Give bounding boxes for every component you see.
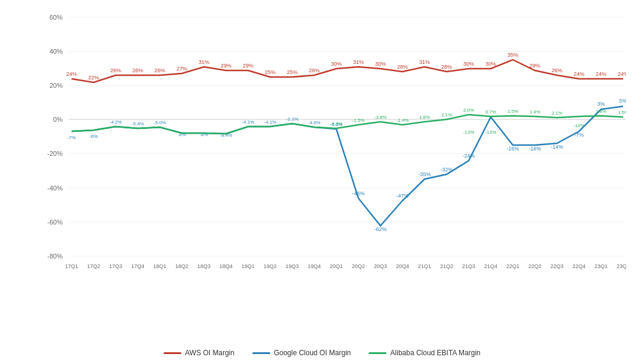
google-label-13: -46% [352, 190, 364, 196]
aws-label-5: 27% [177, 66, 187, 72]
alibaba-label-16: 1.8% [419, 115, 430, 120]
x-label-8: 19Q1 [242, 263, 255, 269]
google-label-24: 3% [597, 101, 605, 107]
x-label-10: 19Q3 [286, 263, 299, 269]
alibaba-label-24: 1.8% [596, 109, 606, 114]
x-label-2: 17Q3 [109, 263, 122, 269]
google-label-17: -32% [440, 167, 453, 173]
aws-label-21: 29% [530, 63, 540, 69]
aws-label-14: 30% [375, 61, 386, 67]
y-label-60: 60% [49, 14, 63, 21]
aws-label-8: 29% [243, 63, 253, 69]
alibaba-label-19: 0.7% [485, 109, 496, 115]
aws-label-10: 25% [287, 69, 298, 75]
y-label-neg40: -40% [47, 184, 63, 192]
y-label-20: 20% [49, 82, 63, 89]
alibaba-legend-label: Alibaba Cloud EBITA Margin [391, 349, 481, 357]
google-label-9: -4.1% [264, 119, 277, 125]
y-label-neg60: -60% [47, 219, 63, 226]
aws-label-1: 22% [88, 75, 99, 81]
google-label-3: -5.4% [132, 121, 144, 127]
google-label-4: -5.0% [154, 120, 166, 125]
aws-label-20: 35% [507, 52, 518, 58]
aws-legend-label: AWS OI Margin [185, 349, 234, 357]
aws-label-23: 24% [574, 71, 584, 77]
google-label-10: -2.1% [286, 116, 299, 122]
x-label-15: 20Q4 [396, 263, 409, 269]
alibaba-label-17: 2.1% [441, 112, 452, 118]
y-label-neg80: -80% [47, 253, 63, 260]
alibaba-label-13: -1.5% [352, 118, 365, 123]
aws-label-0: 24% [66, 71, 77, 77]
y-label-neg20: -20% [47, 150, 63, 157]
alibaba-label-18: 2.0% [463, 107, 474, 113]
alibaba-legend-line [369, 352, 387, 354]
aws-label-4: 26% [154, 67, 165, 73]
google-label-8: -4.1% [242, 119, 255, 125]
legend-aws: AWS OI Margin [163, 349, 234, 357]
x-label-9: 19Q2 [264, 263, 277, 269]
chart-legend: AWS OI Margin Google Cloud OI Margin Ali… [163, 349, 481, 357]
alibaba-label-15: -1.4% [397, 118, 409, 123]
aws-label-11: 26% [309, 67, 320, 73]
x-label-5: 18Q2 [175, 263, 188, 269]
alibaba-label-12: -3.3% [330, 121, 343, 127]
aws-label-24: 24% [596, 71, 606, 77]
google-label-1: -6% [89, 134, 98, 139]
google-label-16: -35% [418, 171, 431, 177]
alibaba-label-20: 1.5% [507, 109, 518, 114]
aws-label-12: 30% [331, 61, 342, 67]
x-label-19: 21Q4 [484, 263, 497, 269]
legend-google: Google Cloud OI Margin [252, 349, 351, 357]
google-label-2: -4.2% [110, 119, 122, 125]
x-label-13: 20Q2 [352, 263, 365, 269]
alibaba-label-22: 2.1% [552, 110, 562, 116]
x-label-24: 23Q1 [595, 263, 608, 269]
x-label-22: 22Q3 [550, 263, 564, 269]
aws-label-2: 26% [110, 67, 121, 73]
alibaba-label-23: -10% [574, 123, 585, 128]
x-label-20: 22Q1 [506, 263, 519, 269]
x-label-25: 23Q2 [617, 263, 626, 269]
x-label-0: 17Q1 [65, 263, 78, 269]
google-label-25: 5% [619, 98, 626, 104]
y-label-0: 0% [53, 116, 63, 123]
x-label-7: 18Q4 [219, 263, 233, 269]
aws-label-13: 31% [353, 59, 364, 65]
aws-label-3: 26% [132, 67, 143, 73]
alibaba-label-21: 1.4% [530, 109, 540, 115]
google-label-11: -4.6% [308, 120, 321, 125]
x-label-17: 21Q2 [440, 263, 453, 269]
x-label-6: 18Q3 [197, 263, 210, 269]
aws-label-15: 28% [397, 64, 408, 70]
x-label-23: 22Q4 [572, 263, 586, 269]
aws-label-6: 31% [199, 59, 209, 65]
google-label-18: -24% [462, 153, 475, 159]
y-label-40: 40% [49, 48, 63, 55]
x-label-3: 17Q4 [131, 263, 144, 269]
google-label-14: -62% [374, 226, 386, 232]
google-label-23: -7% [574, 132, 584, 138]
x-label-1: 17Q2 [87, 263, 100, 269]
google-legend-label: Google Cloud OI Margin [274, 349, 351, 357]
alibaba-label-21q4: -13% [485, 130, 497, 135]
x-label-4: 18Q1 [153, 263, 166, 269]
google-label-0: -7% [67, 135, 76, 140]
x-label-11: 19Q4 [308, 263, 321, 269]
aws-legend-line [163, 352, 181, 354]
x-label-14: 20Q3 [374, 263, 387, 269]
aws-label-25: 24% [618, 71, 626, 77]
google-legend-line [252, 352, 270, 354]
alibaba-label-21q3: -13% [463, 130, 475, 135]
google-label-22: -14% [550, 144, 563, 150]
alibaba-label-25: 1.5% [618, 110, 626, 115]
aws-label-22: 26% [552, 67, 562, 73]
aws-label-7: 29% [221, 63, 231, 69]
x-label-18: 21Q3 [462, 263, 475, 269]
chart-container: 60% 40% 20% 0% -20% -40% -60% -80% 17Q1 … [0, 0, 644, 363]
google-label-15: -47% [396, 193, 408, 199]
alibaba-label-14: -3.8% [374, 115, 387, 120]
x-label-16: 21Q1 [418, 263, 431, 269]
x-label-21: 22Q2 [528, 263, 541, 269]
aws-label-19: 30% [485, 61, 496, 67]
